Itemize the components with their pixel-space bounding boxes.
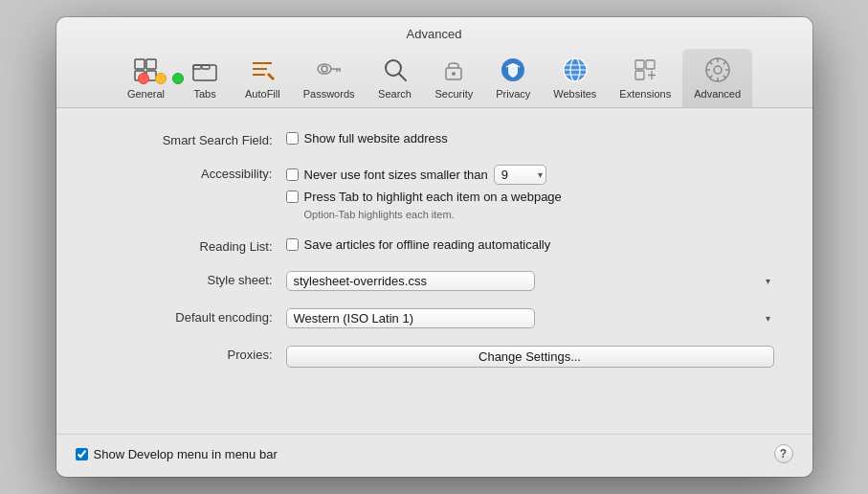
- tab-extensions[interactable]: Extensions: [608, 49, 682, 107]
- proxies-row: Proxies: Change Settings...: [95, 346, 774, 368]
- encoding-arrow-icon: ▾: [766, 314, 770, 324]
- reading-list-row: Reading List: Save articles for offline …: [95, 237, 774, 254]
- tab-security[interactable]: Security: [424, 49, 485, 107]
- close-button[interactable]: [138, 73, 149, 84]
- style-sheet-select-wrapper: None Selected stylesheet-overrides.css ▾: [286, 271, 774, 291]
- never-use-font-sizes-label: Never use font sizes smaller than: [304, 168, 488, 182]
- svg-rect-4: [193, 65, 216, 80]
- svg-line-38: [709, 76, 712, 79]
- svg-point-18: [452, 72, 456, 76]
- encoding-select-wrapper: Western (ISO Latin 1) Unicode (UTF-8) UT…: [286, 308, 774, 328]
- style-sheet-label: Style sheet:: [95, 271, 286, 287]
- style-sheet-select[interactable]: None Selected stylesheet-overrides.css: [286, 271, 535, 291]
- svg-rect-27: [646, 60, 655, 69]
- accessibility-label: Accessibility:: [95, 165, 286, 181]
- tab-passwords[interactable]: Passwords: [292, 49, 367, 107]
- save-articles-row: Save articles for offline reading automa…: [286, 237, 774, 252]
- style-sheet-arrow-icon: ▾: [766, 277, 770, 286]
- press-tab-checkbox[interactable]: [286, 191, 299, 203]
- tab-tabs[interactable]: Tabs: [176, 49, 234, 107]
- tabs-icon: [189, 55, 220, 85]
- svg-rect-5: [193, 65, 201, 69]
- tab-privacy[interactable]: Privacy: [484, 49, 542, 107]
- proxies-control: Change Settings...: [286, 346, 774, 368]
- never-use-font-sizes-checkbox[interactable]: [286, 168, 299, 181]
- tab-websites[interactable]: Websites: [542, 49, 608, 107]
- help-button[interactable]: ?: [774, 444, 793, 463]
- svg-rect-1: [146, 59, 156, 69]
- svg-rect-0: [135, 59, 145, 69]
- style-sheet-control: None Selected stylesheet-overrides.css ▾: [286, 271, 774, 291]
- svg-point-30: [714, 66, 722, 74]
- save-articles-label: Save articles for offline reading automa…: [304, 237, 551, 252]
- press-tab-row: Press Tab to highlight each item on a we…: [286, 190, 774, 204]
- settings-content: Smart Search Field: Show full website ad…: [56, 108, 812, 434]
- font-size-select-wrapper: 9 10 11 12 14 ▾: [494, 165, 546, 185]
- tab-tabs-label: Tabs: [193, 88, 215, 100]
- privacy-icon: [498, 55, 528, 85]
- develop-menu-row: Show Develop menu in menu bar: [76, 447, 278, 461]
- reading-list-label: Reading List:: [95, 237, 286, 254]
- tab-autofill-label: AutoFill: [245, 88, 280, 100]
- tab-autofill[interactable]: AutoFill: [234, 49, 292, 107]
- font-size-row: Never use font sizes smaller than 9 10 1…: [286, 165, 774, 185]
- tab-privacy-label: Privacy: [496, 88, 530, 100]
- security-icon: [438, 55, 469, 85]
- search-icon: [380, 55, 411, 85]
- accessibility-row: Accessibility: Never use font sizes smal…: [95, 165, 774, 220]
- proxies-label: Proxies:: [95, 346, 286, 362]
- bottom-bar: Show Develop menu in menu bar ?: [56, 434, 812, 477]
- develop-menu-label: Show Develop menu in menu bar: [94, 447, 278, 461]
- titlebar: Advanced General: [56, 17, 812, 108]
- press-tab-label: Press Tab to highlight each item on a we…: [304, 190, 562, 204]
- svg-line-35: [709, 61, 712, 64]
- change-settings-button[interactable]: Change Settings...: [286, 346, 774, 368]
- tab-search[interactable]: Search: [367, 49, 424, 107]
- accessibility-control: Never use font sizes smaller than 9 10 1…: [286, 165, 774, 220]
- svg-line-36: [723, 76, 725, 79]
- svg-point-11: [322, 66, 327, 72]
- tab-general-label: General: [127, 88, 165, 100]
- websites-icon: [560, 55, 590, 85]
- tab-search-label: Search: [378, 88, 412, 100]
- encoding-label: Default encoding:: [95, 308, 286, 325]
- tab-extensions-label: Extensions: [619, 88, 671, 100]
- tab-advanced-label: Advanced: [694, 88, 741, 100]
- smart-search-field-label: Smart Search Field:: [95, 131, 286, 147]
- advanced-icon: [702, 55, 733, 85]
- maximize-button[interactable]: [172, 73, 184, 84]
- toolbar: General Tabs: [116, 49, 752, 107]
- autofill-icon: [247, 55, 278, 85]
- show-full-address-checkbox[interactable]: [286, 132, 299, 145]
- window-title: Advanced: [407, 27, 462, 41]
- svg-line-37: [723, 61, 725, 64]
- svg-rect-28: [635, 71, 644, 79]
- develop-menu-checkbox[interactable]: [76, 448, 88, 460]
- passwords-icon: [314, 55, 345, 85]
- main-window: Advanced General: [56, 17, 812, 477]
- svg-rect-26: [635, 60, 644, 69]
- extensions-icon: [630, 55, 660, 85]
- show-full-address-label: Show full website address: [304, 131, 448, 146]
- tab-passwords-label: Passwords: [303, 88, 355, 100]
- style-sheet-row: Style sheet: None Selected stylesheet-ov…: [95, 271, 774, 291]
- svg-rect-6: [202, 65, 210, 69]
- press-tab-hint: Option-Tab highlights each item.: [304, 209, 774, 220]
- reading-list-control: Save articles for offline reading automa…: [286, 237, 774, 252]
- smart-search-field-control: Show full website address: [286, 131, 774, 146]
- tab-security-label: Security: [435, 88, 474, 100]
- save-articles-checkbox[interactable]: [286, 238, 299, 251]
- svg-line-16: [399, 74, 406, 80]
- encoding-row: Default encoding: Western (ISO Latin 1) …: [95, 308, 774, 328]
- font-size-select[interactable]: 9 10 11 12 14: [494, 165, 546, 185]
- traffic-lights: [138, 73, 184, 84]
- tab-websites-label: Websites: [553, 88, 596, 100]
- minimize-button[interactable]: [155, 73, 167, 84]
- smart-search-field-row: Smart Search Field: Show full website ad…: [95, 131, 774, 147]
- show-full-address-row: Show full website address: [286, 131, 774, 146]
- tab-advanced[interactable]: Advanced: [682, 49, 752, 107]
- encoding-select[interactable]: Western (ISO Latin 1) Unicode (UTF-8) UT…: [286, 308, 535, 328]
- encoding-control: Western (ISO Latin 1) Unicode (UTF-8) UT…: [286, 308, 774, 328]
